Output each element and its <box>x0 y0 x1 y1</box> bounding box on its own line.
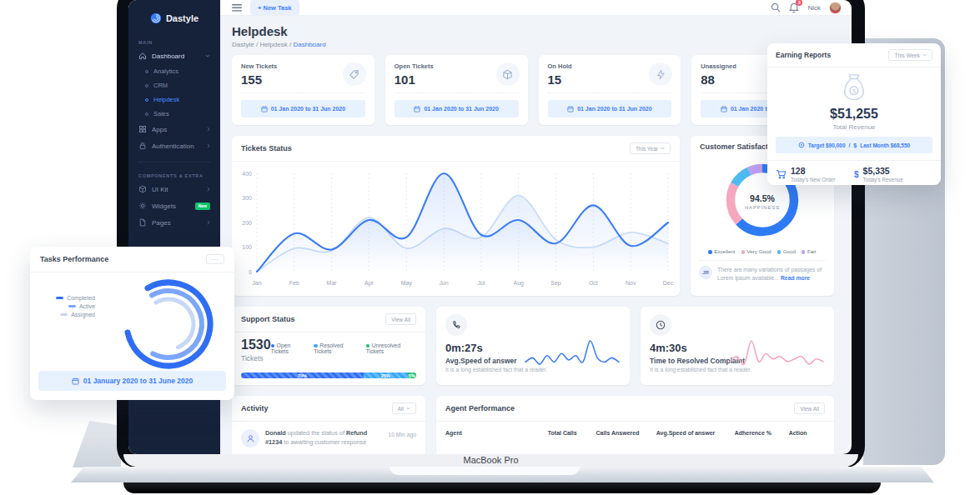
chevron-down-icon <box>406 407 410 410</box>
phone-icon <box>445 314 467 336</box>
target-strip: Target $90,000 / $ Last Month $68,550 <box>776 137 932 153</box>
bell-icon[interactable]: 3 <box>789 2 799 13</box>
support-status-panel: Support Status View All 1530 Tickets <box>232 307 425 385</box>
sidebar-item-crm[interactable]: CRM <box>128 78 220 92</box>
hamburger-menu-icon[interactable] <box>232 4 242 12</box>
laptop-shadow <box>123 482 881 493</box>
col-action: Action <box>789 430 825 436</box>
happiness-label: HAPPINESS <box>745 205 780 210</box>
sidebar-item-sales[interactable]: Sales <box>128 107 220 121</box>
view-all-button[interactable]: View All <box>794 402 825 414</box>
svg-text:0: 0 <box>249 269 252 275</box>
calendar-icon <box>261 106 268 112</box>
chevron-right-icon <box>207 187 210 192</box>
tasks-radial-chart <box>98 274 231 372</box>
legend-excellent: Excellent <box>708 248 735 254</box>
legend-good: Good <box>777 248 796 254</box>
col-agent[interactable]: Agent <box>445 430 548 436</box>
calendar-icon <box>72 378 79 385</box>
col-calls-answered[interactable]: Calls Answered <box>596 430 656 436</box>
new-badge: New <box>195 202 210 210</box>
cube-icon <box>138 185 147 193</box>
chevron-down-icon <box>205 54 210 58</box>
sidebar-item-dashboard[interactable]: Dashboard <box>128 48 220 64</box>
tasks-date-range-pill[interactable]: 01 January 2020 to 31 June 2020 <box>38 371 226 391</box>
total-tickets-value: 1530 <box>241 338 271 352</box>
bullet-icon <box>145 98 148 102</box>
svg-text:Jan: Jan <box>252 280 261 286</box>
bullet-icon <box>145 112 148 116</box>
sidebar-item-widgets[interactable]: Widgets New <box>128 198 220 214</box>
agent-performance-panel: Agent Performance View All Agent Total C… <box>436 396 834 454</box>
svg-text:100: 100 <box>242 244 252 250</box>
activity-user: Donald <box>265 429 286 437</box>
clock-icon <box>650 314 671 336</box>
svg-text:Nov: Nov <box>626 280 636 286</box>
col-total-calls[interactable]: Total Calls <box>548 430 596 436</box>
stat-card-new-tickets: New Tickets 155 01 Jan 2020 to 31 Jun 20 <box>232 55 374 125</box>
calendar-icon <box>567 106 574 112</box>
money-bag-icon: $ <box>841 72 867 101</box>
stat-cards-row: New Tickets 155 01 Jan 2020 to 31 Jun 20 <box>232 55 834 125</box>
bar-segment-open-tickets: 70% <box>241 372 364 378</box>
date-range-pill[interactable]: 01 Jan 2020 to 31 Jun 2020 <box>241 100 365 118</box>
stat-card-open-tickets: Open Tickets 101 01 Jan 2020 to 31 Jun 2 <box>385 55 528 125</box>
stat-card-on-hold: On Hold 15 01 Jan 2020 to 31 Jun 2020 <box>539 55 681 125</box>
svg-text:May: May <box>401 280 413 287</box>
topbar: + New Task 3 Nick <box>220 0 852 16</box>
legend-open-tickets: Open Tickets <box>271 342 308 354</box>
bullet-icon <box>145 70 148 73</box>
sidebar-item-pages[interactable]: Pages <box>128 214 220 231</box>
new-task-button[interactable]: + New Task <box>250 0 299 15</box>
svg-text:Feb: Feb <box>289 280 299 286</box>
activity-panel: Activity All <box>232 396 425 454</box>
sidebar-section-components: COMPONENTS & EXTRA <box>138 173 210 178</box>
gear-icon <box>138 202 147 210</box>
activity-filter-dropdown[interactable]: All <box>392 402 416 414</box>
year-filter-dropdown[interactable]: This Year <box>630 142 671 154</box>
todays-new-order: 128 Today's New Order <box>776 167 854 182</box>
breadcrumb-root[interactable]: Dastyle <box>232 41 254 48</box>
bar-segment-unresolved-tickets: 5% <box>408 372 417 378</box>
breadcrumb-section[interactable]: Helpdesk <box>259 41 287 48</box>
activity-item[interactable]: Donald updated the status of Refund #123… <box>232 422 425 454</box>
sidebar-item-helpdesk[interactable]: Helpdesk <box>128 92 220 107</box>
legend-completed: Completed <box>38 295 95 301</box>
package-icon <box>496 62 520 86</box>
user-name: Nick <box>807 4 821 12</box>
note-avatar: JR <box>699 266 712 279</box>
speed-sparkline <box>523 337 621 368</box>
cart-icon <box>776 169 787 179</box>
view-all-button[interactable]: View All <box>385 313 416 325</box>
week-filter-dropdown[interactable]: This Week <box>888 49 932 61</box>
brand-logo[interactable]: Dastyle <box>128 8 220 29</box>
calendar-icon <box>414 106 420 112</box>
main-area: + New Task 3 Nick Helpdesk <box>220 0 852 454</box>
col-adherence[interactable]: Adherence % <box>735 430 789 436</box>
device-label: MacBook Pro <box>463 455 518 465</box>
sidebar-item-authentication[interactable]: Authentication <box>128 138 220 154</box>
laptop-chin: MacBook Pro <box>123 454 858 467</box>
support-progress-bar: 70%25%5% <box>241 372 416 378</box>
search-icon[interactable] <box>771 2 781 12</box>
chevron-right-icon <box>207 127 210 132</box>
svg-text:300: 300 <box>242 195 252 201</box>
tickets-status-panel: Tickets Status This Year <box>232 136 680 296</box>
support-legend: Open Tickets Resolved Tickets Unresolved… <box>271 342 416 354</box>
grid-icon <box>138 125 147 133</box>
date-range-pill[interactable]: 01 Jan 2020 to 31 Jun 2020 <box>395 100 519 118</box>
home-icon <box>138 52 147 60</box>
bar-segment-resolved-tickets: 25% <box>364 372 408 378</box>
avg-speed-card: 0m:27s Avg.Speed of answer It is a long … <box>436 307 630 385</box>
more-menu-button[interactable]: ... <box>206 254 224 264</box>
sidebar-item-ui-kit[interactable]: UI Kit <box>128 181 220 198</box>
legend-very-good: Very Good <box>741 248 771 254</box>
sidebar-item-apps[interactable]: Apps <box>128 121 220 138</box>
resolve-sparkline <box>727 337 826 368</box>
sidebar-item-analytics[interactable]: Analytics <box>128 64 220 78</box>
read-more-link[interactable]: Read more <box>781 275 810 281</box>
resolve-time-card: 4m:30s Time to Resolved Complaint It is … <box>641 307 834 385</box>
user-avatar[interactable] <box>829 2 842 14</box>
date-range-pill[interactable]: 01 Jan 2020 to 31 Jun 2020 <box>548 100 672 118</box>
col-avg-speed[interactable]: Avg.Speed of answer <box>656 430 735 436</box>
